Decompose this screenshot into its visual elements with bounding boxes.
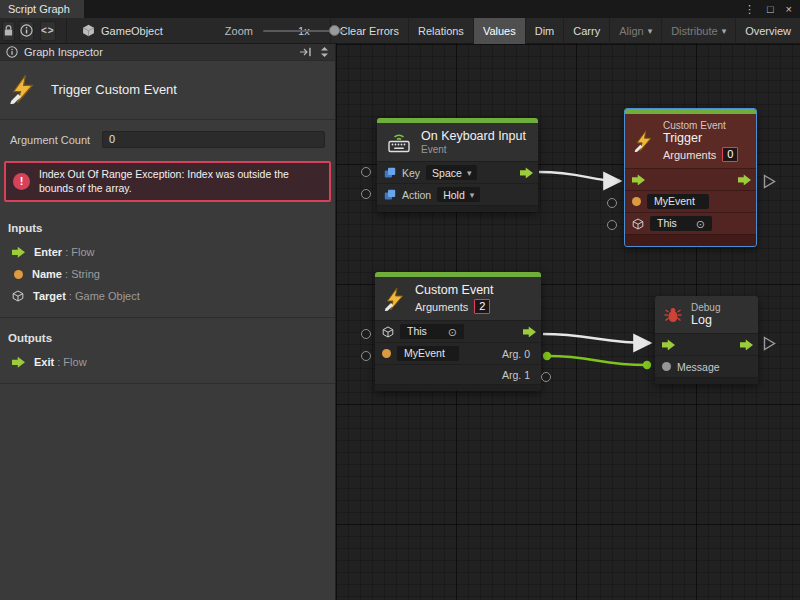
window-controls: ⋮ □ × (744, 0, 800, 18)
carry-button[interactable]: Carry (563, 18, 609, 44)
key-dropdown[interactable]: Space▾ (426, 165, 477, 180)
flow-output-port[interactable] (520, 167, 533, 178)
target-dropdown[interactable]: This ⊙ (650, 216, 712, 231)
wire-event-to-log[interactable] (543, 334, 650, 343)
node-category: Custom Event (663, 120, 738, 131)
dock-icon[interactable] (299, 47, 312, 57)
cube-icon (632, 218, 644, 230)
port-circle-trigger-target[interactable] (607, 220, 617, 230)
wire-endpoint-dot (643, 361, 651, 369)
node-header[interactable]: Debug Log (655, 296, 758, 333)
port-name: Target (33, 290, 66, 302)
values-button[interactable]: Values (473, 18, 525, 44)
relations-button[interactable]: Relations (408, 18, 473, 44)
flow-arrow-icon (12, 357, 25, 368)
lock-button[interactable] (2, 21, 15, 41)
node-header[interactable]: Custom Event Arguments 2 (375, 277, 541, 320)
flow-output-port[interactable] (740, 339, 753, 350)
lightning-bolt-icon (633, 130, 655, 152)
port-circle-event-name[interactable] (361, 351, 371, 361)
port-circle-key[interactable] (361, 167, 371, 177)
chevron-down-icon: ▾ (470, 190, 475, 200)
port-type: : String (62, 268, 100, 280)
port-circle-trigger-name[interactable] (607, 198, 617, 208)
port-name: Exit (34, 356, 54, 368)
target-dropdown[interactable]: This ⊙ (400, 324, 464, 339)
error-icon: ! (13, 173, 30, 190)
window-maximize-icon[interactable]: □ (767, 3, 774, 15)
node-row-action: Action Hold▾ (377, 183, 538, 205)
key-label: Key (402, 167, 420, 179)
port-circle-action[interactable] (361, 189, 371, 199)
key-value-icon (384, 167, 396, 179)
node-title: On Keyboard Input (421, 129, 526, 143)
gameobject-selector[interactable]: GameObject (74, 24, 171, 37)
inspect-button[interactable] (19, 21, 34, 41)
divider (0, 383, 335, 384)
target-picker-icon[interactable]: ⊙ (696, 219, 705, 229)
node-title: Log (691, 313, 720, 327)
window-menu-icon[interactable]: ⋮ (744, 3, 755, 16)
node-row-event-name: MyEvent Arg. 0 (375, 342, 541, 364)
action-dropdown[interactable]: Hold▾ (437, 187, 480, 202)
node-category: Debug (691, 302, 720, 313)
input-port-target: Target : Game Object (0, 285, 335, 307)
key-value-icon (384, 189, 396, 201)
node-on-keyboard-input[interactable]: On Keyboard Input Event Key Space▾ Actio… (377, 118, 538, 212)
target-picker-icon[interactable]: ⊙ (448, 327, 457, 337)
node-custom-event[interactable]: Custom Event Arguments 2 This ⊙ MyEvent … (375, 272, 541, 391)
node-trigger-custom-event[interactable]: Custom Event Trigger Arguments 0 MyEvent… (624, 108, 757, 247)
carry-triangle-icon (763, 174, 776, 189)
code-icon: <> (41, 25, 55, 36)
graph-inspector-panel: Graph Inspector Trigger Custom Event Arg… (0, 44, 336, 600)
overview-button[interactable]: Overview (735, 18, 800, 44)
port-circle-event-target[interactable] (361, 329, 371, 339)
cube-icon (12, 290, 24, 302)
flow-input-port[interactable] (632, 174, 645, 185)
argument-count-badge: 0 (722, 147, 738, 162)
input-port-enter: Enter : Flow (0, 241, 335, 263)
inspector-node-title: Trigger Custom Event (51, 82, 177, 97)
lightning-bolt-icon (8, 74, 38, 104)
bug-icon (663, 305, 683, 325)
input-port-name: Name : String (0, 263, 335, 285)
event-name-input[interactable]: MyEvent (647, 194, 709, 209)
graph-canvas[interactable]: On Keyboard Input Event Key Space▾ Actio… (336, 44, 800, 600)
flow-output-port[interactable] (523, 326, 536, 337)
flow-input-port[interactable] (662, 339, 675, 350)
flow-output-port[interactable] (738, 174, 751, 185)
port-name: Name (32, 268, 62, 280)
align-button[interactable]: Align▾ (609, 18, 661, 44)
node-arguments: Arguments 2 (415, 299, 494, 314)
node-row-flow (625, 168, 756, 190)
zoom-label: Zoom (225, 25, 253, 37)
node-header[interactable]: On Keyboard Input Event (377, 123, 538, 161)
tab-script-graph[interactable]: Script Graph (0, 0, 84, 18)
wire-arg0-to-message[interactable] (547, 356, 647, 365)
inspector-node-summary: Trigger Custom Event (0, 61, 335, 119)
string-port-icon (14, 270, 23, 279)
inspector-header: Graph Inspector (0, 44, 335, 61)
message-port-icon (662, 362, 671, 371)
argument-count-input[interactable]: 0 (102, 131, 325, 148)
port-type: : Game Object (66, 290, 140, 302)
inspector-header-title: Graph Inspector (24, 46, 103, 58)
edit-script-button[interactable]: <> (40, 21, 56, 41)
distribute-button[interactable]: Distribute▾ (661, 18, 735, 44)
spinner-icon[interactable] (320, 46, 329, 58)
node-header[interactable]: Custom Event Trigger Arguments 0 (625, 114, 756, 168)
arg0-label: Arg. 0 (502, 348, 534, 360)
zoom-slider[interactable] (263, 18, 292, 44)
zoom-slider-knob[interactable] (329, 25, 340, 36)
lock-icon (3, 24, 14, 37)
dim-button[interactable]: Dim (525, 18, 564, 44)
node-title: Custom Event (415, 283, 494, 297)
port-type: : Flow (62, 246, 94, 258)
event-name-input[interactable]: MyEvent (397, 346, 459, 361)
wire-keyboard-to-trigger[interactable] (539, 172, 620, 181)
node-row-key: Key Space▾ (377, 161, 538, 183)
port-circle-arg1[interactable] (541, 372, 551, 382)
info-icon (6, 46, 18, 58)
window-close-icon[interactable]: × (786, 3, 792, 15)
node-debug-log[interactable]: Debug Log Message (655, 296, 758, 384)
